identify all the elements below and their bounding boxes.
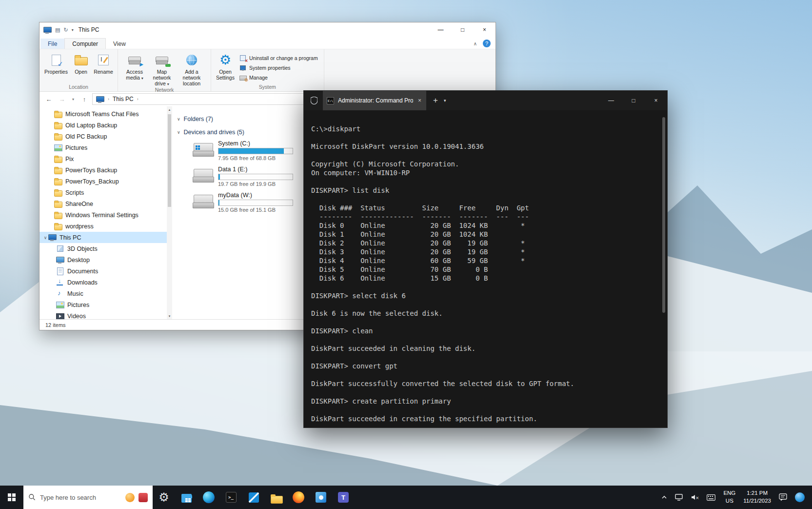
explorer-maximize-button[interactable]: □ bbox=[452, 22, 474, 37]
drive-name: System (C:) bbox=[218, 140, 293, 147]
tab-computer[interactable]: Computer bbox=[64, 38, 106, 49]
search-highlight-icon[interactable] bbox=[125, 493, 135, 502]
manage-button[interactable]: Manage bbox=[237, 73, 321, 82]
tree-item[interactable]: Videos bbox=[40, 310, 172, 319]
rename-button[interactable]: Rename bbox=[92, 51, 115, 75]
tree-item[interactable]: Music bbox=[40, 288, 172, 299]
store-button[interactable] bbox=[175, 486, 198, 509]
folder-icon bbox=[54, 166, 62, 174]
sidebar-scrollbar-thumb[interactable] bbox=[168, 114, 171, 207]
folder-icon bbox=[54, 110, 62, 118]
terminal-tab[interactable]: Administrator: Command Prompt × bbox=[323, 91, 426, 110]
photos-button[interactable] bbox=[310, 486, 332, 509]
clock-time: 1:21 PM bbox=[747, 489, 768, 497]
vscode-button[interactable] bbox=[242, 486, 265, 509]
start-button[interactable] bbox=[0, 486, 23, 509]
tree-item[interactable]: ∨ This PC bbox=[40, 232, 172, 243]
search-input[interactable] bbox=[40, 494, 121, 501]
chevron-down-icon[interactable]: ∨ bbox=[177, 117, 180, 122]
terminal-scrollbar-thumb[interactable] bbox=[662, 117, 665, 313]
tree-item[interactable]: ShareOne bbox=[40, 198, 172, 209]
tree-item[interactable]: Pictures bbox=[40, 142, 172, 153]
clock-date: 11/21/2023 bbox=[743, 497, 771, 505]
breadcrumb[interactable]: This PC bbox=[113, 96, 134, 102]
collapse-ribbon-icon[interactable]: ∧ bbox=[474, 41, 477, 46]
terminal-close-button[interactable]: × bbox=[645, 91, 667, 110]
uninstall-program-button[interactable]: Uninstall or change a program bbox=[237, 53, 321, 62]
system-properties-button[interactable]: System properties bbox=[237, 63, 321, 72]
qat-new-folder-icon[interactable]: ↻ bbox=[63, 27, 68, 33]
tree-item[interactable]: Old Laptop Backup bbox=[40, 120, 172, 131]
tab-view[interactable]: View bbox=[106, 39, 133, 49]
tree-item[interactable]: Old PC Backup bbox=[40, 131, 172, 142]
tree-item[interactable]: PowerToys_Backup bbox=[40, 176, 172, 187]
recent-locations-icon[interactable]: ▾ bbox=[70, 97, 77, 102]
language-indicator[interactable]: ENG US bbox=[719, 489, 739, 505]
map-network-drive-button[interactable]: Map network drive ▾ bbox=[148, 51, 176, 86]
open-button[interactable]: Open bbox=[70, 51, 92, 75]
tray-app-button[interactable] bbox=[791, 486, 809, 509]
tree-item[interactable]: Desktop bbox=[40, 254, 172, 265]
tree-item[interactable]: Documents bbox=[40, 265, 172, 277]
up-button[interactable]: ↑ bbox=[79, 96, 90, 103]
open-settings-button[interactable]: Open Settings bbox=[214, 51, 237, 81]
tree-expand-icon[interactable]: ∨ bbox=[42, 235, 48, 240]
terminal-scrollbar[interactable] bbox=[661, 111, 666, 427]
hidden-icons-chevron[interactable] bbox=[657, 486, 671, 509]
terminal-titlebar[interactable]: Administrator: Command Prompt × + ▾ — □ … bbox=[304, 91, 667, 110]
access-media-label: Access media bbox=[126, 69, 143, 81]
search-highlight-icon[interactable] bbox=[139, 493, 148, 502]
tab-file[interactable]: File bbox=[40, 39, 64, 49]
qat-customize-icon[interactable]: ▾ bbox=[72, 28, 74, 32]
action-center-button[interactable] bbox=[775, 486, 791, 509]
firefox-button[interactable] bbox=[287, 486, 310, 509]
uninstall-icon bbox=[239, 55, 246, 61]
volume-tray-button[interactable]: × bbox=[687, 486, 703, 509]
tab-close-button[interactable]: × bbox=[417, 97, 422, 104]
tab-dropdown-icon[interactable]: ▾ bbox=[444, 98, 446, 103]
ribbon-group-system: Open Settings Uninstall or change a prog… bbox=[211, 49, 324, 91]
explorer-titlebar[interactable]: ▤ ↻ ▾ This PC — □ × bbox=[40, 22, 495, 37]
terminal-minimize-button[interactable]: — bbox=[600, 91, 622, 110]
help-icon[interactable]: ? bbox=[483, 40, 491, 47]
tree-item[interactable]: Pix bbox=[40, 153, 172, 164]
drive-usage-bar bbox=[218, 200, 293, 206]
taskbar-clock[interactable]: 1:21 PM 11/21/2023 bbox=[739, 489, 775, 505]
folder-icon bbox=[54, 189, 62, 196]
settings-button[interactable] bbox=[153, 486, 175, 509]
file-explorer-button[interactable] bbox=[265, 486, 287, 509]
scroll-down-icon[interactable]: ▾ bbox=[169, 314, 171, 318]
explorer-minimize-button[interactable]: — bbox=[430, 22, 452, 37]
folder-icon bbox=[54, 122, 62, 129]
qat-properties-icon[interactable]: ▤ bbox=[55, 27, 60, 33]
display-tray-button[interactable] bbox=[671, 486, 687, 509]
new-tab-button[interactable]: + bbox=[433, 96, 438, 105]
tree-item[interactable]: 3D Objects bbox=[40, 243, 172, 254]
terminal-output[interactable]: C:\>diskpart Microsoft DiskPart version … bbox=[304, 110, 667, 428]
access-media-button[interactable]: ▶ Access media ▾ bbox=[121, 51, 148, 81]
tree-item[interactable]: Windows Terminal Settings bbox=[40, 209, 172, 221]
teams-button[interactable] bbox=[332, 486, 355, 509]
tree-item[interactable]: wordpress bbox=[40, 221, 172, 232]
command-prompt-button[interactable] bbox=[220, 486, 242, 509]
tree-item[interactable]: Microsoft Teams Chat Files bbox=[40, 108, 172, 120]
tree-item[interactable]: Pictures bbox=[40, 299, 172, 310]
edge-button[interactable] bbox=[198, 486, 220, 509]
back-button[interactable]: ← bbox=[43, 96, 54, 103]
tree-item[interactable]: PowerToys Backup bbox=[40, 164, 172, 176]
scroll-up-icon[interactable]: ▴ bbox=[169, 108, 171, 111]
terminal-maximize-button[interactable]: □ bbox=[622, 91, 645, 110]
forward-button[interactable]: → bbox=[57, 96, 67, 103]
keyboard-icon bbox=[707, 494, 715, 501]
properties-button[interactable]: Properties bbox=[42, 51, 70, 75]
tree-item[interactable]: Downloads bbox=[40, 277, 172, 288]
touch-keyboard-button[interactable] bbox=[703, 486, 719, 509]
tree-item[interactable]: Scripts bbox=[40, 187, 172, 198]
taskbar-search[interactable] bbox=[23, 486, 153, 509]
tree-item-label: Downloads bbox=[67, 279, 98, 286]
folder-icon bbox=[54, 155, 62, 163]
add-network-location-button[interactable]: Add a network location bbox=[176, 51, 208, 86]
chevron-down-icon[interactable]: ∨ bbox=[177, 130, 180, 135]
windows-logo-icon bbox=[8, 493, 16, 501]
explorer-close-button[interactable]: × bbox=[474, 22, 495, 37]
